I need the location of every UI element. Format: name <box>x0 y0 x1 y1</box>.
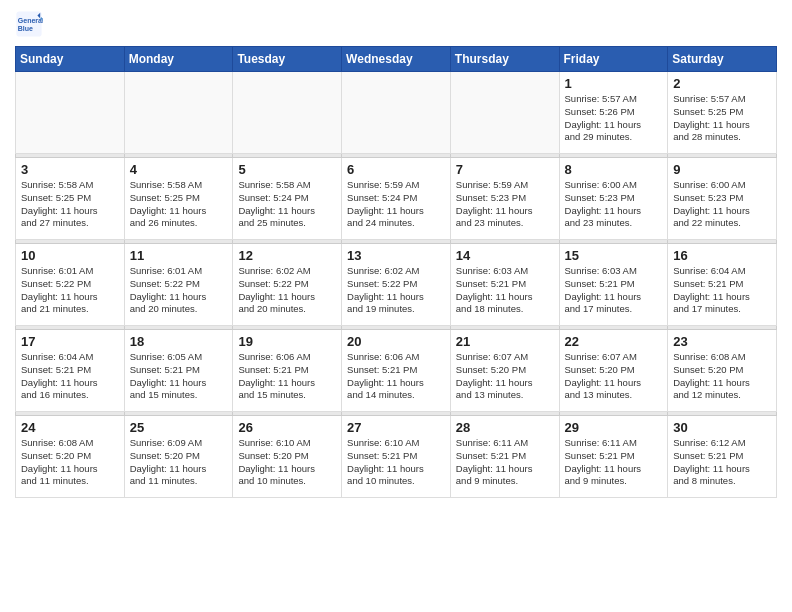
weekday-header-monday: Monday <box>124 47 233 72</box>
day-number: 16 <box>673 248 771 263</box>
weekday-header-saturday: Saturday <box>668 47 777 72</box>
day-info: Sunrise: 6:06 AM Sunset: 5:21 PM Dayligh… <box>238 351 336 402</box>
day-number: 25 <box>130 420 228 435</box>
day-info: Sunrise: 6:03 AM Sunset: 5:21 PM Dayligh… <box>565 265 663 316</box>
day-number: 8 <box>565 162 663 177</box>
day-cell: 18Sunrise: 6:05 AM Sunset: 5:21 PM Dayli… <box>124 330 233 412</box>
day-cell: 3Sunrise: 5:58 AM Sunset: 5:25 PM Daylig… <box>16 158 125 240</box>
day-info: Sunrise: 6:11 AM Sunset: 5:21 PM Dayligh… <box>565 437 663 488</box>
day-number: 11 <box>130 248 228 263</box>
day-number: 5 <box>238 162 336 177</box>
day-number: 18 <box>130 334 228 349</box>
day-info: Sunrise: 6:09 AM Sunset: 5:20 PM Dayligh… <box>130 437 228 488</box>
day-cell: 22Sunrise: 6:07 AM Sunset: 5:20 PM Dayli… <box>559 330 668 412</box>
day-number: 28 <box>456 420 554 435</box>
day-info: Sunrise: 5:59 AM Sunset: 5:24 PM Dayligh… <box>347 179 445 230</box>
day-cell: 26Sunrise: 6:10 AM Sunset: 5:20 PM Dayli… <box>233 416 342 498</box>
week-row-1: 1Sunrise: 5:57 AM Sunset: 5:26 PM Daylig… <box>16 72 777 154</box>
day-info: Sunrise: 6:02 AM Sunset: 5:22 PM Dayligh… <box>238 265 336 316</box>
day-cell: 7Sunrise: 5:59 AM Sunset: 5:23 PM Daylig… <box>450 158 559 240</box>
day-cell: 29Sunrise: 6:11 AM Sunset: 5:21 PM Dayli… <box>559 416 668 498</box>
day-number: 22 <box>565 334 663 349</box>
day-cell: 28Sunrise: 6:11 AM Sunset: 5:21 PM Dayli… <box>450 416 559 498</box>
day-cell <box>124 72 233 154</box>
day-info: Sunrise: 6:04 AM Sunset: 5:21 PM Dayligh… <box>21 351 119 402</box>
day-info: Sunrise: 6:11 AM Sunset: 5:21 PM Dayligh… <box>456 437 554 488</box>
svg-text:General: General <box>18 17 43 24</box>
day-info: Sunrise: 6:10 AM Sunset: 5:20 PM Dayligh… <box>238 437 336 488</box>
calendar: SundayMondayTuesdayWednesdayThursdayFrid… <box>15 46 777 498</box>
day-cell: 8Sunrise: 6:00 AM Sunset: 5:23 PM Daylig… <box>559 158 668 240</box>
day-cell: 23Sunrise: 6:08 AM Sunset: 5:20 PM Dayli… <box>668 330 777 412</box>
weekday-header-tuesday: Tuesday <box>233 47 342 72</box>
day-number: 29 <box>565 420 663 435</box>
day-number: 26 <box>238 420 336 435</box>
day-cell <box>450 72 559 154</box>
day-cell: 10Sunrise: 6:01 AM Sunset: 5:22 PM Dayli… <box>16 244 125 326</box>
day-number: 30 <box>673 420 771 435</box>
day-cell: 16Sunrise: 6:04 AM Sunset: 5:21 PM Dayli… <box>668 244 777 326</box>
weekday-header-wednesday: Wednesday <box>342 47 451 72</box>
svg-rect-0 <box>16 11 41 36</box>
day-cell: 13Sunrise: 6:02 AM Sunset: 5:22 PM Dayli… <box>342 244 451 326</box>
day-info: Sunrise: 6:04 AM Sunset: 5:21 PM Dayligh… <box>673 265 771 316</box>
day-cell: 21Sunrise: 6:07 AM Sunset: 5:20 PM Dayli… <box>450 330 559 412</box>
day-info: Sunrise: 6:01 AM Sunset: 5:22 PM Dayligh… <box>130 265 228 316</box>
day-info: Sunrise: 5:57 AM Sunset: 5:25 PM Dayligh… <box>673 93 771 144</box>
day-number: 27 <box>347 420 445 435</box>
day-cell: 11Sunrise: 6:01 AM Sunset: 5:22 PM Dayli… <box>124 244 233 326</box>
day-cell: 15Sunrise: 6:03 AM Sunset: 5:21 PM Dayli… <box>559 244 668 326</box>
day-cell <box>16 72 125 154</box>
day-info: Sunrise: 5:58 AM Sunset: 5:25 PM Dayligh… <box>130 179 228 230</box>
day-cell: 12Sunrise: 6:02 AM Sunset: 5:22 PM Dayli… <box>233 244 342 326</box>
day-info: Sunrise: 6:08 AM Sunset: 5:20 PM Dayligh… <box>673 351 771 402</box>
page: General Blue SundayMondayTuesdayWednesda… <box>0 0 792 508</box>
day-info: Sunrise: 6:00 AM Sunset: 5:23 PM Dayligh… <box>673 179 771 230</box>
day-info: Sunrise: 6:03 AM Sunset: 5:21 PM Dayligh… <box>456 265 554 316</box>
logo: General Blue <box>15 10 47 38</box>
day-number: 13 <box>347 248 445 263</box>
day-number: 15 <box>565 248 663 263</box>
day-number: 21 <box>456 334 554 349</box>
day-number: 3 <box>21 162 119 177</box>
day-number: 24 <box>21 420 119 435</box>
day-info: Sunrise: 6:05 AM Sunset: 5:21 PM Dayligh… <box>130 351 228 402</box>
day-cell: 4Sunrise: 5:58 AM Sunset: 5:25 PM Daylig… <box>124 158 233 240</box>
weekday-header-sunday: Sunday <box>16 47 125 72</box>
day-info: Sunrise: 5:59 AM Sunset: 5:23 PM Dayligh… <box>456 179 554 230</box>
day-cell: 30Sunrise: 6:12 AM Sunset: 5:21 PM Dayli… <box>668 416 777 498</box>
day-cell: 5Sunrise: 5:58 AM Sunset: 5:24 PM Daylig… <box>233 158 342 240</box>
day-number: 19 <box>238 334 336 349</box>
logo-icon: General Blue <box>15 10 43 38</box>
day-info: Sunrise: 6:02 AM Sunset: 5:22 PM Dayligh… <box>347 265 445 316</box>
day-cell: 20Sunrise: 6:06 AM Sunset: 5:21 PM Dayli… <box>342 330 451 412</box>
day-number: 10 <box>21 248 119 263</box>
day-cell: 14Sunrise: 6:03 AM Sunset: 5:21 PM Dayli… <box>450 244 559 326</box>
day-info: Sunrise: 5:58 AM Sunset: 5:24 PM Dayligh… <box>238 179 336 230</box>
weekday-header-friday: Friday <box>559 47 668 72</box>
day-cell: 2Sunrise: 5:57 AM Sunset: 5:25 PM Daylig… <box>668 72 777 154</box>
day-cell: 27Sunrise: 6:10 AM Sunset: 5:21 PM Dayli… <box>342 416 451 498</box>
weekday-header-thursday: Thursday <box>450 47 559 72</box>
day-cell: 1Sunrise: 5:57 AM Sunset: 5:26 PM Daylig… <box>559 72 668 154</box>
week-row-5: 24Sunrise: 6:08 AM Sunset: 5:20 PM Dayli… <box>16 416 777 498</box>
day-number: 12 <box>238 248 336 263</box>
day-number: 6 <box>347 162 445 177</box>
day-number: 17 <box>21 334 119 349</box>
day-cell <box>233 72 342 154</box>
day-number: 20 <box>347 334 445 349</box>
day-info: Sunrise: 6:06 AM Sunset: 5:21 PM Dayligh… <box>347 351 445 402</box>
day-cell: 17Sunrise: 6:04 AM Sunset: 5:21 PM Dayli… <box>16 330 125 412</box>
day-cell: 25Sunrise: 6:09 AM Sunset: 5:20 PM Dayli… <box>124 416 233 498</box>
day-cell: 24Sunrise: 6:08 AM Sunset: 5:20 PM Dayli… <box>16 416 125 498</box>
header: General Blue <box>15 10 777 38</box>
week-row-2: 3Sunrise: 5:58 AM Sunset: 5:25 PM Daylig… <box>16 158 777 240</box>
week-row-4: 17Sunrise: 6:04 AM Sunset: 5:21 PM Dayli… <box>16 330 777 412</box>
svg-text:Blue: Blue <box>18 25 33 32</box>
day-info: Sunrise: 6:01 AM Sunset: 5:22 PM Dayligh… <box>21 265 119 316</box>
day-info: Sunrise: 6:08 AM Sunset: 5:20 PM Dayligh… <box>21 437 119 488</box>
day-info: Sunrise: 6:10 AM Sunset: 5:21 PM Dayligh… <box>347 437 445 488</box>
day-number: 1 <box>565 76 663 91</box>
day-info: Sunrise: 6:07 AM Sunset: 5:20 PM Dayligh… <box>456 351 554 402</box>
day-number: 9 <box>673 162 771 177</box>
